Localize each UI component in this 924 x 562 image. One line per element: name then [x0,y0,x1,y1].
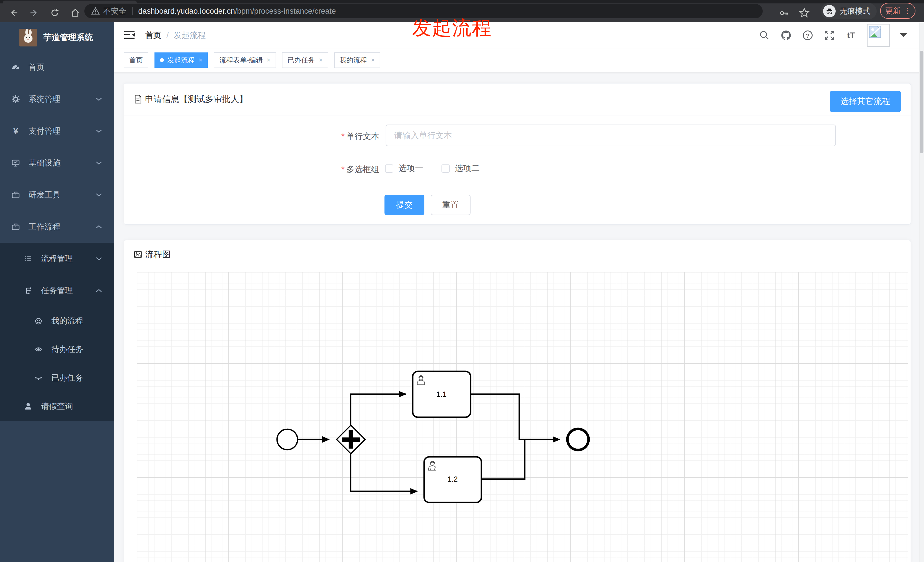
sidebar-item-home[interactable]: 首页 [0,51,114,83]
tag-label: 发起流程 [167,55,195,65]
svg-text:?: ? [806,32,810,39]
tag-my-process[interactable]: 我的流程× [334,52,380,68]
update-label[interactable]: 更新 [885,6,901,16]
checkbox-option-2-label[interactable]: 选项二 [455,163,480,174]
browser-active-tab[interactable] [3,1,137,3]
sidebar-collapse-icon[interactable] [123,29,136,42]
chevron-down-icon [96,161,102,165]
bookmark-star-icon[interactable] [796,3,813,22]
submit-button[interactable]: 提交 [384,195,424,215]
security-label[interactable]: 不安全 [103,6,126,16]
github-icon[interactable] [780,30,792,41]
url-path: /bpm/process-instance/create [235,7,336,16]
active-dot-icon [160,58,164,62]
sidebar-item-leave-query[interactable]: 请假查询 [0,392,114,421]
flow-gateway-to-task-1 [351,394,406,425]
checkbox-option-1-label[interactable]: 选项一 [399,163,423,174]
sidebar-item-task-mgmt[interactable]: 任务管理 [0,275,114,307]
main-content: 申请信息【测试多审批人】 选择其它流程 *单行文本 *多选框组 选项一 选项二 … [114,72,924,562]
task-label: 1.2 [447,475,458,483]
bpmn-canvas[interactable]: 1.1 1.2 [137,272,908,562]
sidebar-item-payment[interactable]: ¥ 支付管理 [0,115,114,147]
breadcrumb-home[interactable]: 首页 [146,30,161,41]
monitor-icon [11,159,20,167]
fullscreen-icon[interactable] [824,30,835,41]
font-size-icon[interactable]: tT [845,30,857,41]
required-mark: * [342,165,345,174]
checkbox-option-2[interactable] [441,165,450,173]
bpmn-user-task-2[interactable]: 1.2 [424,457,482,502]
bpmn-end-event[interactable] [567,429,588,450]
sidebar-logo-row[interactable]: 芋道管理系统 [0,24,114,51]
reset-button[interactable]: 重置 [430,195,471,215]
sidebar-item-todo-tasks[interactable]: 待办任务 [0,335,114,364]
sidebar-item-process-mgmt[interactable]: 流程管理 [0,243,114,275]
sidebar-item-label: 待办任务 [51,344,83,355]
incognito-badge: 无痕模式 [821,3,877,19]
browser-url-bar[interactable]: 不安全 dashboard.yudao.iocoder.cn/bpm/proce… [84,4,763,18]
avatar[interactable] [867,24,890,47]
avatar-caret-icon[interactable] [900,33,907,37]
sidebar-item-dev-tools[interactable]: 研发工具 [0,179,114,211]
sidebar-item-system[interactable]: 系统管理 [0,83,114,115]
tags-view-bar: 首页 发起流程× 流程表单-编辑× 已办任务× 我的流程× [114,48,924,72]
person-icon [24,402,33,411]
apply-info-panel: 申请信息【测试多审批人】 选择其它流程 *单行文本 *多选框组 选项一 选项二 … [124,83,911,225]
chevron-down-icon [96,129,102,133]
tag-close-icon[interactable]: × [319,57,322,63]
browser-update-button[interactable]: 更新 ⋮ [880,3,915,19]
sidebar-menu: 首页 系统管理 ¥ 支付管理 基础设施 研发工具 [0,51,114,421]
sidebar-item-my-process[interactable]: 我的流程 [0,307,114,335]
task-label: 1.1 [436,390,447,399]
tag-start-process[interactable]: 发起流程× [154,52,208,68]
diagram-panel-header: 流程图 [124,240,910,269]
bpmn-user-task-1[interactable]: 1.1 [413,371,471,417]
browser-home-button[interactable] [67,3,84,22]
tag-label: 流程表单-编辑 [219,55,263,65]
diagram-panel-title: 流程图 [145,249,171,261]
apply-panel-title: 申请信息【测试多审批人】 [145,93,248,105]
sidebar: 芋道管理系统 首页 系统管理 ¥ 支付管理 基础设施 [0,22,114,562]
flow-gateway-to-task-2 [351,454,417,491]
password-key-icon[interactable] [776,3,793,22]
bpmn-parallel-gateway[interactable] [337,425,365,454]
tag-close-icon[interactable]: × [199,57,202,63]
sidebar-item-label: 系统管理 [28,94,60,105]
scrollbar-thumb[interactable] [920,51,923,153]
browser-forward-button[interactable] [26,3,43,22]
sidebar-item-done-tasks[interactable]: 已办任务 [0,364,114,392]
tag-form-edit[interactable]: 流程表单-编辑× [214,52,276,68]
checkbox-group: 选项一 选项二 [385,160,480,177]
search-icon[interactable] [759,30,770,41]
help-icon[interactable]: ? [802,30,813,41]
text-field-label: *单行文本 [288,131,380,142]
chevron-up-icon [96,289,102,293]
sidebar-item-infrastructure[interactable]: 基础设施 [0,147,114,179]
select-other-process-button[interactable]: 选择其它流程 [830,91,901,112]
breadcrumb: 首页 / 发起流程 [146,22,206,48]
url-divider [132,7,132,15]
checkbox-group-label: *多选框组 [288,164,380,175]
briefcase-icon [11,223,20,231]
tag-label: 首页 [129,55,143,65]
browser-reload-button[interactable] [46,3,63,22]
yen-icon: ¥ [11,127,20,135]
flow-task-2-to-end [482,439,525,479]
page-scrollbar[interactable] [919,22,924,562]
bpmn-start-event[interactable] [277,429,297,450]
checkbox-option-1[interactable] [385,165,393,173]
url-domain: dashboard.yudao.iocoder.cn [138,7,235,16]
tag-home[interactable]: 首页 [124,52,148,68]
eye-icon [34,345,43,354]
browser-back-button[interactable] [5,3,22,22]
tag-close-icon[interactable]: × [371,57,375,63]
browser-menu-icon[interactable]: ⋮ [903,7,912,15]
tag-done-tasks[interactable]: 已办任务× [282,52,328,68]
app-title: 芋道管理系统 [44,32,93,43]
gear-icon [11,95,20,103]
security-warning-icon [91,7,100,15]
tag-close-icon[interactable]: × [267,57,270,63]
sidebar-item-label: 我的流程 [51,315,83,326]
single-line-text-input[interactable] [386,124,836,146]
sidebar-item-workflow[interactable]: 工作流程 [0,211,114,243]
